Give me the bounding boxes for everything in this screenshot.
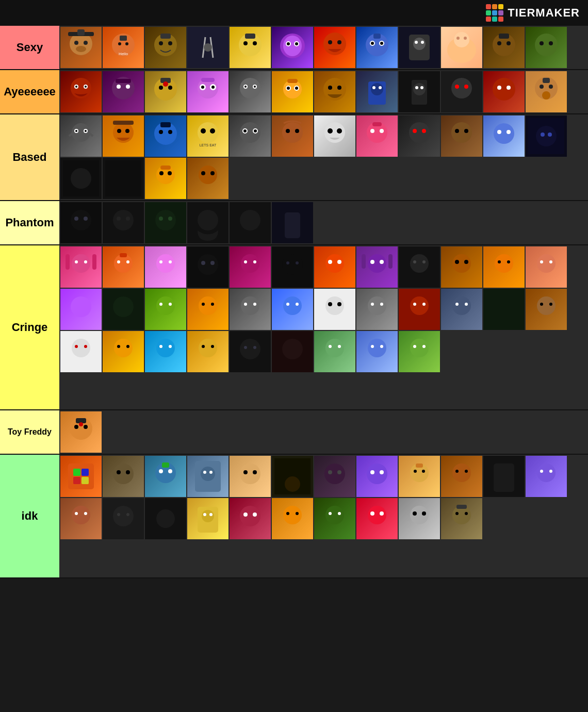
- list-item[interactable]: [399, 498, 440, 539]
- list-item[interactable]: [483, 246, 525, 288]
- list-item[interactable]: [145, 456, 186, 497]
- list-item[interactable]: [145, 289, 186, 330]
- list-item[interactable]: [187, 71, 228, 112]
- list-item[interactable]: [103, 158, 144, 199]
- list-item[interactable]: [441, 456, 482, 497]
- list-item[interactable]: [230, 498, 271, 539]
- list-item[interactable]: [145, 115, 186, 157]
- list-item[interactable]: [187, 289, 228, 330]
- list-item[interactable]: [483, 27, 525, 68]
- list-item[interactable]: [230, 456, 271, 497]
- list-item[interactable]: [60, 71, 102, 112]
- list-item[interactable]: [103, 289, 144, 330]
- list-item[interactable]: [399, 456, 440, 497]
- list-item[interactable]: [483, 115, 525, 157]
- list-item[interactable]: [441, 115, 482, 157]
- list-item[interactable]: [230, 27, 271, 68]
- list-item[interactable]: [60, 27, 102, 68]
- list-item[interactable]: [441, 289, 482, 330]
- list-item[interactable]: [314, 498, 355, 539]
- list-item[interactable]: [526, 115, 567, 157]
- list-item[interactable]: [314, 246, 355, 288]
- list-item[interactable]: [187, 27, 228, 68]
- list-item[interactable]: [60, 331, 102, 372]
- list-item[interactable]: [60, 115, 102, 157]
- list-item[interactable]: [356, 27, 398, 68]
- list-item[interactable]: LETS EAT: [187, 115, 228, 157]
- list-item[interactable]: [314, 27, 355, 68]
- list-item[interactable]: [272, 115, 313, 157]
- list-item[interactable]: [399, 115, 440, 157]
- list-item[interactable]: [272, 27, 313, 68]
- list-item[interactable]: [314, 289, 355, 330]
- list-item[interactable]: [272, 456, 313, 497]
- list-item[interactable]: [187, 498, 228, 539]
- list-item[interactable]: [187, 246, 228, 288]
- list-item[interactable]: [526, 289, 567, 330]
- list-item[interactable]: [441, 71, 482, 112]
- list-item[interactable]: [399, 331, 440, 372]
- list-item[interactable]: [103, 246, 144, 288]
- list-item[interactable]: [483, 71, 525, 112]
- list-item[interactable]: [441, 27, 482, 68]
- list-item[interactable]: [483, 289, 525, 330]
- list-item[interactable]: [272, 331, 313, 372]
- list-item[interactable]: [356, 289, 398, 330]
- list-item[interactable]: [60, 498, 102, 539]
- list-item[interactable]: [145, 71, 186, 112]
- list-item[interactable]: [145, 331, 186, 372]
- list-item[interactable]: [60, 246, 102, 288]
- list-item[interactable]: [103, 498, 144, 539]
- list-item[interactable]: [356, 498, 398, 539]
- list-item[interactable]: [60, 158, 102, 199]
- list-item[interactable]: [356, 246, 398, 288]
- list-item[interactable]: [356, 331, 398, 372]
- list-item[interactable]: [483, 456, 525, 497]
- list-item[interactable]: [145, 202, 186, 243]
- list-item[interactable]: [187, 158, 228, 199]
- list-item[interactable]: [272, 498, 313, 539]
- list-item[interactable]: [230, 246, 271, 288]
- list-item[interactable]: [187, 202, 228, 243]
- list-item[interactable]: [314, 456, 355, 497]
- list-item[interactable]: [526, 246, 567, 288]
- list-item[interactable]: [60, 411, 102, 453]
- list-item[interactable]: [356, 115, 398, 157]
- list-item[interactable]: [230, 331, 271, 372]
- list-item[interactable]: [272, 71, 313, 112]
- list-item[interactable]: [103, 456, 144, 497]
- list-item[interactable]: [314, 115, 355, 157]
- list-item[interactable]: [60, 202, 102, 243]
- list-item[interactable]: [103, 115, 144, 157]
- list-item[interactable]: [145, 498, 186, 539]
- list-item[interactable]: [145, 158, 186, 199]
- list-item[interactable]: [526, 456, 567, 497]
- list-item[interactable]: [399, 71, 440, 112]
- list-item[interactable]: [230, 289, 271, 330]
- list-item[interactable]: [187, 456, 228, 497]
- list-item[interactable]: [314, 71, 355, 112]
- list-item[interactable]: [187, 331, 228, 372]
- list-item[interactable]: [399, 246, 440, 288]
- list-item[interactable]: [103, 71, 144, 112]
- list-item[interactable]: [230, 202, 271, 243]
- list-item[interactable]: [272, 289, 313, 330]
- list-item[interactable]: [230, 71, 271, 112]
- list-item[interactable]: [526, 71, 567, 112]
- list-item[interactable]: [145, 246, 186, 288]
- list-item[interactable]: [272, 246, 313, 288]
- list-item[interactable]: [60, 289, 102, 330]
- list-item[interactable]: [314, 331, 355, 372]
- list-item[interactable]: Hello: [103, 27, 144, 68]
- list-item[interactable]: [103, 331, 144, 372]
- list-item[interactable]: [356, 71, 398, 112]
- list-item[interactable]: [230, 115, 271, 157]
- list-item[interactable]: [103, 202, 144, 243]
- list-item[interactable]: [399, 289, 440, 330]
- list-item[interactable]: [272, 202, 313, 243]
- list-item[interactable]: [399, 27, 440, 68]
- list-item[interactable]: [441, 246, 482, 288]
- list-item[interactable]: [441, 498, 482, 539]
- list-item[interactable]: [60, 456, 102, 497]
- list-item[interactable]: [356, 456, 398, 497]
